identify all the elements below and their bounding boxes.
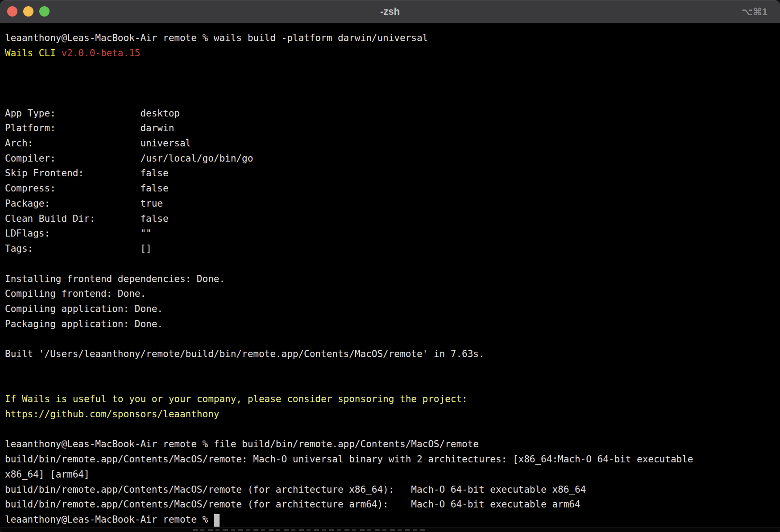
terminal-text-segment: leaanthony@Leas-MacBook-Air remote % xyxy=(5,514,214,525)
minimize-button[interactable] xyxy=(23,6,33,17)
terminal-line xyxy=(5,362,776,377)
terminal-line xyxy=(5,257,776,272)
terminal-text-segment: LDFlags: "" xyxy=(5,228,152,239)
terminal-text-segment: Clean Build Dir: false xyxy=(5,213,169,224)
terminal-line xyxy=(5,61,776,76)
clipped-background-text xyxy=(193,529,427,531)
terminal-text-segment: Compiling application: Done. xyxy=(5,303,163,314)
terminal-window: -zsh ⌥⌘1 leaanthony@Leas-MacBook-Air rem… xyxy=(0,0,780,532)
terminal-line: leaanthony@Leas-MacBook-Air remote % xyxy=(5,512,776,528)
close-button[interactable] xyxy=(7,6,17,17)
terminal-text-segment: Installing frontend dependencies: Done. xyxy=(5,274,225,284)
terminal-text-segment: Skip Frontend: false xyxy=(5,168,169,179)
terminal-line: Packaging application: Done. xyxy=(5,317,776,332)
window-shortcut-badge: ⌥⌘1 xyxy=(742,0,768,24)
terminal-line: build/bin/remote.app/Contents/MacOS/remo… xyxy=(5,452,776,467)
terminal-text-segment: Compress: false xyxy=(5,183,169,194)
terminal-line: Tags: [] xyxy=(5,241,776,257)
terminal-line: Compiling frontend: Done. xyxy=(5,287,776,302)
terminal-line: build/bin/remote.app/Contents/MacOS/remo… xyxy=(5,482,776,498)
terminal-text-segment: leaanthony@Leas-MacBook-Air remote % wai… xyxy=(5,33,428,43)
terminal-line xyxy=(5,91,776,106)
terminal-line: Compiling application: Done. xyxy=(5,302,776,317)
terminal-line: Skip Frontend: false xyxy=(5,166,776,181)
window-bottom-edge xyxy=(0,527,780,532)
terminal-line: LDFlags: "" xyxy=(5,226,776,241)
terminal-line: Compiler: /usr/local/go/bin/go xyxy=(5,151,776,166)
terminal-line: Package: true xyxy=(5,196,776,212)
terminal-line: build/bin/remote.app/Contents/MacOS/remo… xyxy=(5,497,776,512)
terminal-line xyxy=(5,422,776,437)
window-titlebar[interactable]: -zsh ⌥⌘1 xyxy=(0,0,780,24)
traffic-lights xyxy=(7,6,50,17)
terminal-line: Compress: false xyxy=(5,181,776,196)
terminal-text-segment: Wails CLI xyxy=(5,48,61,58)
terminal-cursor xyxy=(214,514,220,527)
terminal-line: If Wails is useful to you or your compan… xyxy=(5,392,776,407)
terminal-text-segment: Compiler: /usr/local/go/bin/go xyxy=(5,153,253,164)
window-title: -zsh xyxy=(0,0,780,24)
terminal-text-segment: leaanthony@Leas-MacBook-Air remote % fil… xyxy=(5,439,479,449)
terminal-line: Wails CLI v2.0.0-beta.15 xyxy=(5,46,776,61)
terminal-line: Clean Build Dir: false xyxy=(5,212,776,227)
terminal-line: Platform: darwin xyxy=(5,121,776,136)
terminal-text-segment: build/bin/remote.app/Contents/MacOS/remo… xyxy=(5,499,581,510)
terminal-text-segment: x86_64] [arm64] xyxy=(5,469,90,480)
terminal-line xyxy=(5,377,776,392)
terminal-text-segment: Packaging application: Done. xyxy=(5,319,163,329)
terminal-line: x86_64] [arm64] xyxy=(5,467,776,482)
terminal-line xyxy=(5,332,776,347)
terminal-output[interactable]: leaanthony@Leas-MacBook-Air remote % wai… xyxy=(0,24,780,532)
terminal-line: App Type: desktop xyxy=(5,106,776,121)
terminal-text-segment: build/bin/remote.app/Contents/MacOS/remo… xyxy=(5,454,693,465)
terminal-text-segment: Built '/Users/leaanthony/remote/build/bi… xyxy=(5,349,485,359)
terminal-line: Installing frontend dependencies: Done. xyxy=(5,272,776,287)
terminal-text-segment: https://github.com/sponsors/leaanthony xyxy=(5,409,219,420)
terminal-line: Arch: universal xyxy=(5,136,776,151)
terminal-text-segment: Tags: [] xyxy=(5,243,152,254)
terminal-text-segment: Compiling frontend: Done. xyxy=(5,288,146,299)
terminal-line xyxy=(5,76,776,91)
zoom-button[interactable] xyxy=(39,6,50,17)
terminal-text-segment: App Type: desktop xyxy=(5,108,180,119)
terminal-text-segment: Arch: universal xyxy=(5,138,191,149)
terminal-text-segment: If Wails is useful to you or your compan… xyxy=(5,394,468,404)
terminal-line: https://github.com/sponsors/leaanthony xyxy=(5,407,776,422)
terminal-line: leaanthony@Leas-MacBook-Air remote % wai… xyxy=(5,31,776,46)
terminal-text-segment: v2.0.0-beta.15 xyxy=(61,48,140,58)
terminal-text-segment: Package: true xyxy=(5,198,163,209)
terminal-text-segment: build/bin/remote.app/Contents/MacOS/remo… xyxy=(5,484,586,495)
terminal-line: Built '/Users/leaanthony/remote/build/bi… xyxy=(5,347,776,362)
terminal-line: leaanthony@Leas-MacBook-Air remote % fil… xyxy=(5,437,776,452)
terminal-text-segment: Platform: darwin xyxy=(5,123,174,133)
